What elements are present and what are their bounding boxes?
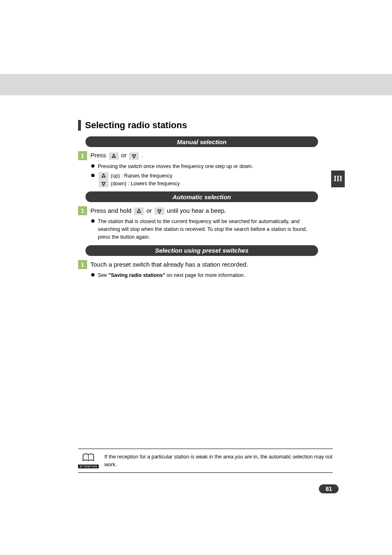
reference-link-text: "Saving radio stations" xyxy=(108,272,165,278)
bullet-row: (up) : Raises the frequency (down) : Low… xyxy=(91,172,318,188)
text-fragment: . xyxy=(141,152,143,159)
page-number: 81 xyxy=(319,484,339,493)
up-key-icon xyxy=(109,152,119,160)
step-text: Press or . xyxy=(90,152,143,159)
bullet-icon xyxy=(91,273,95,276)
bullet-icon xyxy=(91,164,95,168)
text-fragment: (up) : Raises the frequency xyxy=(109,173,173,179)
attention-block: ATTENTION If the reception for a particu… xyxy=(78,449,333,473)
header-bar xyxy=(0,74,392,95)
bullet-block-preset: See "Saving radio stations" on next page… xyxy=(91,272,318,279)
text-fragment: or xyxy=(146,207,154,214)
text-fragment: See xyxy=(98,272,108,278)
step-row-manual: 1 Press or . xyxy=(78,151,318,160)
text-fragment: or xyxy=(121,152,129,159)
section-title-accent xyxy=(78,120,81,131)
step-text: Touch a preset switch that already has a… xyxy=(90,261,248,268)
section-title-wrap: Selecting radio stations xyxy=(78,120,318,131)
book-icon xyxy=(82,453,95,464)
bullet-text: The station that is closest to the curre… xyxy=(98,218,318,241)
text-fragment: until you hear a beep. xyxy=(167,207,226,214)
bullet-block-manual: Pressing the switch once moves the frequ… xyxy=(91,163,318,187)
down-key-icon xyxy=(154,207,164,215)
bullet-icon xyxy=(91,174,95,177)
bullet-icon xyxy=(91,219,95,223)
step-text: Press and hold or until you hear a beep. xyxy=(90,207,226,215)
subheading-preset: Selection using preset switches xyxy=(85,245,318,256)
up-key-icon xyxy=(134,207,144,215)
subheading-manual: Manual selection xyxy=(85,136,318,147)
down-key-icon xyxy=(129,152,139,160)
bullet-text: See "Saving radio stations" on next page… xyxy=(98,272,318,279)
step-badge: 1 xyxy=(78,260,87,269)
bullet-row: See "Saving radio stations" on next page… xyxy=(91,272,318,279)
text-fragment: on next page for more information. xyxy=(165,272,245,278)
bullet-row: The station that is closest to the curre… xyxy=(91,218,318,241)
down-key-icon xyxy=(99,180,108,187)
step-badge: 1 xyxy=(78,151,87,160)
attention-label: ATTENTION xyxy=(78,465,99,468)
up-key-icon xyxy=(99,172,108,180)
step-badge: 1 xyxy=(78,206,87,215)
bullet-text: Pressing the switch once moves the frequ… xyxy=(98,163,318,170)
text-fragment: Press and hold xyxy=(90,207,133,214)
chapter-tab: III xyxy=(331,170,345,187)
subheading-automatic: Automatic selection xyxy=(85,191,318,202)
text-fragment: Press xyxy=(90,152,108,159)
attention-text: If the reception for a particular statio… xyxy=(104,453,333,468)
attention-icon-wrap: ATTENTION xyxy=(78,453,99,468)
bullet-text: (up) : Raises the frequency (down) : Low… xyxy=(98,172,318,188)
section-title: Selecting radio stations xyxy=(85,120,187,131)
step-row-automatic: 1 Press and hold or until you hear a bee… xyxy=(78,206,318,215)
page-content: Selecting radio stations Manual selectio… xyxy=(78,120,318,279)
bullet-row: Pressing the switch once moves the frequ… xyxy=(91,163,318,170)
step-row-preset: 1 Touch a preset switch that already has… xyxy=(78,260,318,269)
bullet-block-automatic: The station that is closest to the curre… xyxy=(91,218,318,241)
text-fragment: (down) : Lowers the frequency xyxy=(109,181,180,187)
